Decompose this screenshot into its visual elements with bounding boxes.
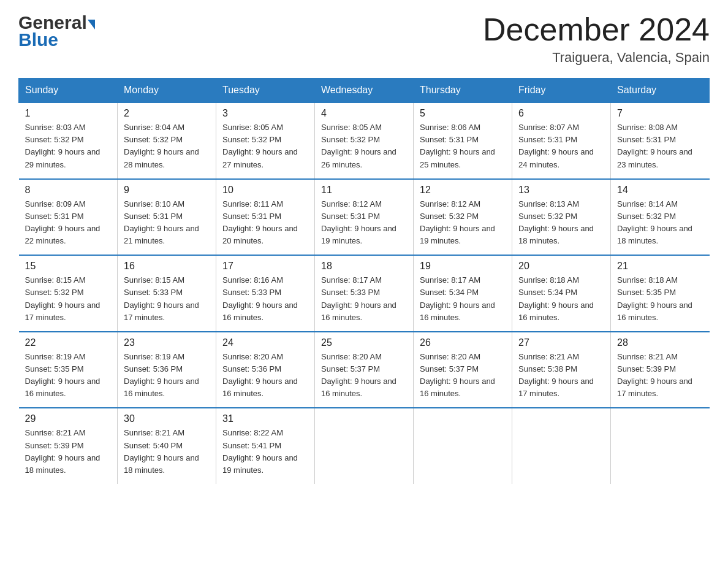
weekday-header-monday: Monday (118, 79, 216, 103)
month-title: December 2024 (483, 12, 710, 47)
day-number: 9 (124, 185, 210, 196)
day-number: 26 (420, 337, 506, 348)
day-info: Sunrise: 8:21 AMSunset: 5:39 PMDaylight:… (25, 428, 100, 474)
calendar-cell (414, 408, 512, 484)
page-header: General Blue December 2024 Traiguera, Va… (18, 12, 710, 66)
day-number: 14 (617, 185, 703, 196)
day-number: 22 (25, 337, 112, 348)
day-info: Sunrise: 8:13 AMSunset: 5:32 PMDaylight:… (518, 199, 594, 245)
day-number: 7 (617, 108, 703, 119)
day-number: 17 (222, 261, 308, 272)
calendar-cell (315, 408, 414, 484)
calendar-cell (611, 408, 710, 484)
day-info: Sunrise: 8:11 AMSunset: 5:31 PMDaylight:… (222, 199, 298, 245)
logo: General Blue (18, 12, 95, 50)
calendar-cell: 13 Sunrise: 8:13 AMSunset: 5:32 PMDaylig… (512, 179, 611, 256)
day-number: 29 (25, 413, 112, 424)
day-number: 31 (222, 413, 308, 424)
weekday-header-saturday: Saturday (611, 79, 710, 103)
calendar-cell: 23 Sunrise: 8:19 AMSunset: 5:36 PMDaylig… (118, 332, 216, 408)
calendar-cell: 6 Sunrise: 8:07 AMSunset: 5:31 PMDayligh… (512, 102, 611, 179)
day-info: Sunrise: 8:05 AMSunset: 5:32 PMDaylight:… (321, 123, 396, 169)
day-number: 28 (617, 337, 703, 348)
calendar-cell: 17 Sunrise: 8:16 AMSunset: 5:33 PMDaylig… (216, 255, 315, 332)
day-info: Sunrise: 8:20 AMSunset: 5:37 PMDaylight:… (420, 352, 495, 398)
day-number: 18 (321, 261, 407, 272)
day-number: 5 (420, 108, 506, 119)
logo-triangle-icon (88, 20, 95, 29)
logo-blue-text: Blue (18, 29, 58, 50)
day-number: 3 (222, 108, 308, 119)
header-row: SundayMondayTuesdayWednesdayThursdayFrid… (19, 79, 710, 103)
day-info: Sunrise: 8:15 AMSunset: 5:32 PMDaylight:… (25, 275, 100, 321)
calendar-cell: 18 Sunrise: 8:17 AMSunset: 5:33 PMDaylig… (315, 255, 414, 332)
calendar-cell: 25 Sunrise: 8:20 AMSunset: 5:37 PMDaylig… (315, 332, 414, 408)
day-number: 30 (124, 413, 210, 424)
day-number: 16 (124, 261, 210, 272)
calendar-cell: 11 Sunrise: 8:12 AMSunset: 5:31 PMDaylig… (315, 179, 414, 256)
day-info: Sunrise: 8:05 AMSunset: 5:32 PMDaylight:… (222, 123, 298, 169)
calendar-cell: 10 Sunrise: 8:11 AMSunset: 5:31 PMDaylig… (216, 179, 315, 256)
day-number: 27 (518, 337, 604, 348)
day-info: Sunrise: 8:12 AMSunset: 5:31 PMDaylight:… (321, 199, 396, 245)
calendar-cell: 26 Sunrise: 8:20 AMSunset: 5:37 PMDaylig… (414, 332, 512, 408)
weekday-header-tuesday: Tuesday (216, 79, 315, 103)
day-number: 4 (321, 108, 407, 119)
calendar-cell: 2 Sunrise: 8:04 AMSunset: 5:32 PMDayligh… (118, 102, 216, 179)
location-title: Traiguera, Valencia, Spain (483, 50, 710, 66)
calendar-cell: 28 Sunrise: 8:21 AMSunset: 5:39 PMDaylig… (611, 332, 710, 408)
calendar-week-1: 1 Sunrise: 8:03 AMSunset: 5:32 PMDayligh… (19, 102, 710, 179)
day-info: Sunrise: 8:21 AMSunset: 5:39 PMDaylight:… (617, 352, 692, 398)
day-number: 12 (420, 185, 506, 196)
calendar-cell: 27 Sunrise: 8:21 AMSunset: 5:38 PMDaylig… (512, 332, 611, 408)
calendar-cell: 20 Sunrise: 8:18 AMSunset: 5:34 PMDaylig… (512, 255, 611, 332)
day-info: Sunrise: 8:09 AMSunset: 5:31 PMDaylight:… (25, 199, 100, 245)
weekday-header-sunday: Sunday (19, 79, 118, 103)
day-info: Sunrise: 8:10 AMSunset: 5:31 PMDaylight:… (124, 199, 199, 245)
calendar-cell: 29 Sunrise: 8:21 AMSunset: 5:39 PMDaylig… (19, 408, 118, 484)
day-number: 1 (25, 108, 112, 119)
day-info: Sunrise: 8:04 AMSunset: 5:32 PMDaylight:… (124, 123, 199, 169)
day-number: 2 (124, 108, 210, 119)
day-info: Sunrise: 8:12 AMSunset: 5:32 PMDaylight:… (420, 199, 495, 245)
day-number: 23 (124, 337, 210, 348)
day-info: Sunrise: 8:03 AMSunset: 5:32 PMDaylight:… (25, 123, 100, 169)
day-info: Sunrise: 8:14 AMSunset: 5:32 PMDaylight:… (617, 199, 692, 245)
day-info: Sunrise: 8:07 AMSunset: 5:31 PMDaylight:… (518, 123, 594, 169)
day-number: 25 (321, 337, 407, 348)
day-info: Sunrise: 8:18 AMSunset: 5:34 PMDaylight:… (518, 275, 594, 321)
calendar-cell: 1 Sunrise: 8:03 AMSunset: 5:32 PMDayligh… (19, 102, 118, 179)
calendar-cell: 9 Sunrise: 8:10 AMSunset: 5:31 PMDayligh… (118, 179, 216, 256)
calendar-week-5: 29 Sunrise: 8:21 AMSunset: 5:39 PMDaylig… (19, 408, 710, 484)
day-number: 6 (518, 108, 604, 119)
day-info: Sunrise: 8:18 AMSunset: 5:35 PMDaylight:… (617, 275, 692, 321)
calendar-cell: 12 Sunrise: 8:12 AMSunset: 5:32 PMDaylig… (414, 179, 512, 256)
calendar-body: 1 Sunrise: 8:03 AMSunset: 5:32 PMDayligh… (19, 102, 710, 484)
day-number: 19 (420, 261, 506, 272)
calendar-cell: 7 Sunrise: 8:08 AMSunset: 5:31 PMDayligh… (611, 102, 710, 179)
calendar-cell: 30 Sunrise: 8:21 AMSunset: 5:40 PMDaylig… (118, 408, 216, 484)
day-number: 24 (222, 337, 308, 348)
day-number: 11 (321, 185, 407, 196)
day-info: Sunrise: 8:15 AMSunset: 5:33 PMDaylight:… (124, 275, 199, 321)
calendar-cell (512, 408, 611, 484)
day-number: 20 (518, 261, 604, 272)
weekday-header-friday: Friday (512, 79, 611, 103)
calendar-cell: 22 Sunrise: 8:19 AMSunset: 5:35 PMDaylig… (19, 332, 118, 408)
day-info: Sunrise: 8:20 AMSunset: 5:36 PMDaylight:… (222, 352, 298, 398)
day-info: Sunrise: 8:17 AMSunset: 5:34 PMDaylight:… (420, 275, 495, 321)
day-number: 13 (518, 185, 604, 196)
day-number: 21 (617, 261, 703, 272)
calendar-cell: 19 Sunrise: 8:17 AMSunset: 5:34 PMDaylig… (414, 255, 512, 332)
day-info: Sunrise: 8:19 AMSunset: 5:35 PMDaylight:… (25, 352, 100, 398)
day-info: Sunrise: 8:19 AMSunset: 5:36 PMDaylight:… (124, 352, 199, 398)
day-info: Sunrise: 8:06 AMSunset: 5:31 PMDaylight:… (420, 123, 495, 169)
day-info: Sunrise: 8:08 AMSunset: 5:31 PMDaylight:… (617, 123, 692, 169)
calendar-cell: 21 Sunrise: 8:18 AMSunset: 5:35 PMDaylig… (611, 255, 710, 332)
calendar-cell: 4 Sunrise: 8:05 AMSunset: 5:32 PMDayligh… (315, 102, 414, 179)
calendar-cell: 5 Sunrise: 8:06 AMSunset: 5:31 PMDayligh… (414, 102, 512, 179)
calendar-cell: 8 Sunrise: 8:09 AMSunset: 5:31 PMDayligh… (19, 179, 118, 256)
day-info: Sunrise: 8:20 AMSunset: 5:37 PMDaylight:… (321, 352, 396, 398)
day-number: 10 (222, 185, 308, 196)
calendar-cell: 24 Sunrise: 8:20 AMSunset: 5:36 PMDaylig… (216, 332, 315, 408)
